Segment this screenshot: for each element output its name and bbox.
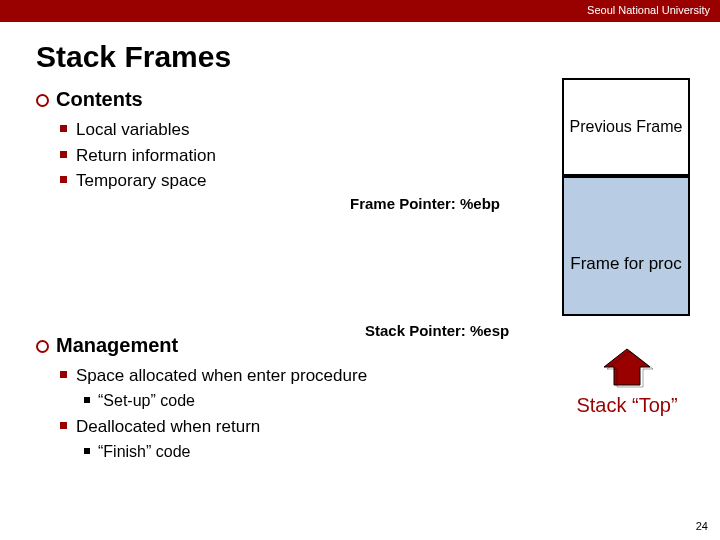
- stack-top-label: Stack “Top”: [560, 394, 694, 417]
- header-bar: Seoul National University: [0, 0, 720, 22]
- slide-title: Stack Frames: [36, 40, 720, 74]
- current-frame-box: [562, 176, 690, 316]
- page-number: 24: [696, 520, 708, 532]
- management-sub-item: “Finish” code: [36, 439, 696, 465]
- management-item: Space allocated when enter procedure: [36, 363, 696, 389]
- previous-frame-label: Previous Frame: [570, 117, 683, 136]
- stack-top-arrow-icon: [598, 345, 656, 389]
- institution-label: Seoul National University: [587, 4, 710, 16]
- stack-diagram: Previous Frame: [562, 78, 690, 316]
- stack-pointer-label: Stack Pointer: %esp: [365, 322, 509, 339]
- management-item: Deallocated when return: [36, 414, 696, 440]
- frame-pointer-label: Frame Pointer: %ebp: [350, 195, 500, 212]
- frame-for-proc-label: Frame for proc: [562, 254, 690, 274]
- previous-frame-box: Previous Frame: [562, 78, 690, 176]
